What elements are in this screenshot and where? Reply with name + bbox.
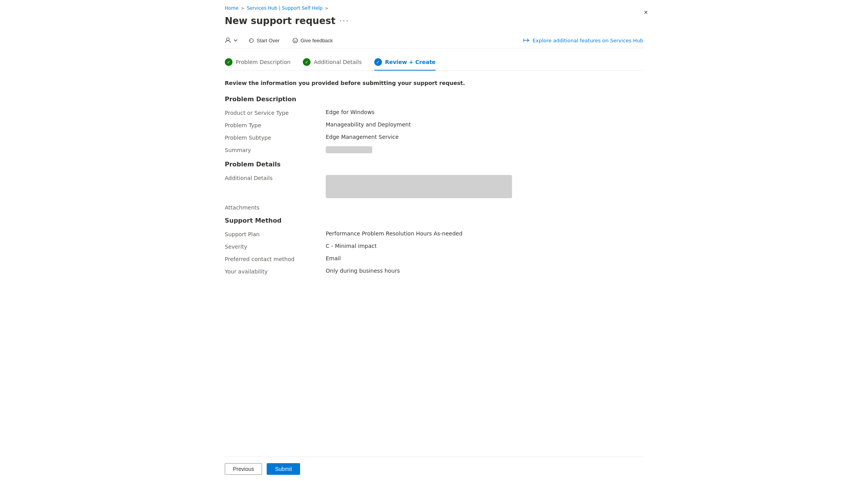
breadcrumb-services[interactable]: Services Hub | Support Self Help: [247, 5, 323, 11]
submit-button[interactable]: Submit: [267, 463, 300, 475]
review-intro-text: Review the information you provided befo…: [225, 80, 637, 86]
field-value-additional-details: [326, 174, 637, 198]
field-support-plan: Support Plan Performance Problem Resolut…: [225, 230, 637, 237]
give-feedback-button[interactable]: Give feedback: [289, 36, 336, 45]
start-over-button[interactable]: Start Over: [245, 36, 283, 45]
explore-services-label: Explore additional features on Services …: [533, 38, 643, 43]
field-value-problem-type: Manageability and Deployment: [326, 121, 637, 128]
start-over-label: Start Over: [257, 38, 279, 43]
support-method-section-title: Support Method: [225, 217, 637, 224]
close-button[interactable]: ×: [641, 7, 651, 18]
step-check-problem: ✓: [225, 58, 233, 66]
field-product-type: Product or Service Type Edge for Windows: [225, 109, 637, 116]
field-contact-method: Preferred contact method Email: [225, 255, 637, 262]
svg-point-1: [293, 38, 297, 43]
svg-point-3: [295, 40, 296, 40]
toolbar-left: Start Over Give feedback: [225, 36, 523, 45]
field-additional-details: Additional Details: [225, 174, 637, 198]
dropdown-icon: [233, 37, 239, 43]
field-problem-type: Problem Type Manageability and Deploymen…: [225, 121, 637, 128]
feedback-icon: [292, 37, 298, 43]
page-title-row: New support request ···: [225, 14, 643, 33]
field-label-problem-subtype: Problem Subtype: [225, 134, 326, 141]
field-value-contact-method: Email: [326, 255, 637, 261]
explore-icon: [523, 37, 529, 43]
problem-description-section-title: Problem Description: [225, 95, 637, 103]
problem-details-section-title: Problem Details: [225, 161, 637, 168]
main-content: Review the information you provided befo…: [225, 80, 643, 457]
field-value-product-type: Edge for Windows: [326, 109, 637, 115]
breadcrumb: Home > Services Hub | Support Self Help …: [225, 0, 643, 14]
give-feedback-label: Give feedback: [300, 38, 333, 43]
breadcrumb-sep1: >: [241, 6, 244, 11]
user-icon: [225, 37, 231, 43]
svg-point-0: [227, 38, 229, 41]
refresh-icon: [248, 37, 254, 43]
page-title-menu[interactable]: ···: [339, 16, 349, 26]
step-label-details: Additional Details: [314, 59, 361, 65]
step-review-create[interactable]: ✓ Review + Create: [374, 58, 436, 71]
field-availability: Your availability Only during business h…: [225, 268, 637, 275]
breadcrumb-sep2: >: [325, 6, 328, 11]
field-label-support-plan: Support Plan: [225, 230, 326, 237]
step-check-review: ✓: [374, 58, 382, 66]
svg-point-2: [294, 40, 295, 40]
explore-services-link[interactable]: Explore additional features on Services …: [523, 37, 643, 43]
field-label-availability: Your availability: [225, 268, 326, 275]
field-label-contact-method: Preferred contact method: [225, 255, 326, 262]
field-value-problem-subtype: Edge Management Service: [326, 134, 637, 140]
field-label-product-type: Product or Service Type: [225, 109, 326, 116]
field-value-summary: [326, 146, 637, 154]
step-check-details: ✓: [303, 58, 311, 66]
additional-details-blurred: [326, 175, 512, 198]
field-value-availability: Only during business hours: [326, 268, 637, 274]
step-label-problem: Problem Description: [236, 59, 290, 65]
step-additional-details[interactable]: ✓ Additional Details: [303, 58, 361, 71]
field-attachments: Attachments: [225, 204, 637, 211]
field-label-additional-details: Additional Details: [225, 174, 326, 181]
page-title: New support request: [225, 16, 335, 26]
field-value-severity: C - Minimal impact: [326, 243, 637, 249]
field-label-problem-type: Problem Type: [225, 121, 326, 128]
toolbar: Start Over Give feedback: [225, 33, 643, 48]
field-problem-subtype: Problem Subtype Edge Management Service: [225, 134, 637, 141]
step-label-review: Review + Create: [385, 59, 436, 65]
step-problem-description[interactable]: ✓ Problem Description: [225, 58, 290, 71]
field-label-severity: Severity: [225, 243, 326, 250]
field-label-summary: Summary: [225, 146, 326, 153]
steps-bar: ✓ Problem Description ✓ Additional Detai…: [225, 55, 643, 71]
summary-blurred: [326, 146, 372, 153]
field-value-support-plan: Performance Problem Resolution Hours As-…: [326, 230, 637, 237]
field-summary: Summary: [225, 146, 637, 154]
previous-button[interactable]: Previous: [225, 463, 262, 475]
field-label-attachments: Attachments: [225, 204, 326, 211]
footer: Previous Submit: [225, 457, 643, 481]
breadcrumb-home[interactable]: Home: [225, 5, 238, 11]
user-account-button[interactable]: [225, 37, 239, 43]
field-severity: Severity C - Minimal impact: [225, 243, 637, 250]
